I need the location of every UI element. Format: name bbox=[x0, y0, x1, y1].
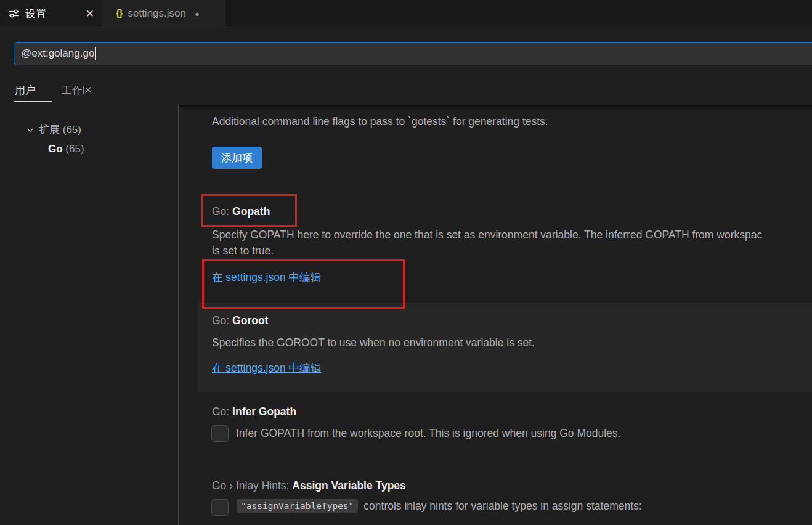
infer-gopath-checkbox[interactable] bbox=[211, 425, 229, 442]
setting-title-infer-gopath: Go: Infer Gopath bbox=[212, 405, 296, 418]
tab-settings[interactable]: 设置 ✕ bbox=[0, 0, 102, 27]
inlay-hints-description: controls inlay hints for variable types … bbox=[363, 500, 641, 513]
json-file-icon: {} bbox=[116, 8, 122, 19]
active-scope-underline bbox=[14, 101, 52, 102]
toc-extensions-label: 扩展 (65) bbox=[39, 123, 81, 137]
setting-title-inlay-hints: Go › Inlay Hints: Assign Variable Types bbox=[212, 479, 406, 492]
add-item-button[interactable]: 添加项 bbox=[212, 147, 262, 169]
scroll-top-shadow bbox=[179, 105, 812, 110]
search-query-text: @ext:golang.go bbox=[21, 47, 94, 60]
setting-title-goroot: Go: Goroot bbox=[212, 314, 268, 327]
chevron-down-icon bbox=[26, 126, 35, 134]
modified-dot-icon[interactable]: ● bbox=[195, 9, 200, 18]
assign-variable-types-code-chip: "assignVariableTypes" bbox=[237, 499, 358, 513]
gotests-description: Additional command line flags to pass to… bbox=[212, 115, 548, 128]
toc-list-divider[interactable] bbox=[178, 105, 179, 525]
inlay-hints-checkbox[interactable] bbox=[211, 499, 229, 516]
toc-go-count: (65) bbox=[65, 143, 84, 155]
scope-tab-workspace[interactable]: 工作区 bbox=[62, 83, 93, 97]
goroot-edit-in-settings-link[interactable]: 在 settings.json 中编辑 bbox=[212, 360, 321, 375]
annotation-box-gopath-title bbox=[201, 194, 297, 227]
toc-go-name: Go bbox=[48, 143, 63, 155]
inlay-hints-description-row: "assignVariableTypes" controls inlay hin… bbox=[237, 499, 642, 513]
settings-search-input[interactable]: @ext:golang.go bbox=[14, 42, 812, 65]
settings-sliders-icon bbox=[9, 8, 20, 19]
settings-list: Additional command line flags to pass to… bbox=[179, 105, 812, 525]
gopath-description-line2: is set to true. bbox=[212, 245, 274, 258]
tab-close-icon[interactable]: ✕ bbox=[86, 9, 94, 19]
text-cursor bbox=[95, 47, 96, 60]
goroot-description: Specifies the GOROOT to use when no envi… bbox=[212, 336, 535, 349]
vscode-settings-window: 设置 ✕ {} settings.json ● @ext:golang.go 用… bbox=[0, 0, 812, 525]
toc-item-go[interactable]: Go (65) bbox=[48, 143, 84, 155]
toc-item-extensions[interactable]: 扩展 (65) bbox=[26, 123, 81, 137]
scope-tab-user[interactable]: 用户 bbox=[15, 83, 36, 97]
gopath-description-line1: Specify GOPATH here to override the one … bbox=[212, 229, 762, 242]
editor-tab-bar: 设置 ✕ {} settings.json ● bbox=[0, 0, 812, 28]
tab-settings-label: 设置 bbox=[25, 7, 46, 21]
tab-settings-json[interactable]: {} settings.json ● bbox=[102, 0, 225, 27]
annotation-box-edit-link bbox=[202, 259, 405, 309]
tab-settings-json-label: settings.json bbox=[128, 7, 186, 20]
infer-gopath-description: Infer GOPATH from the workspace root. Th… bbox=[236, 427, 620, 440]
